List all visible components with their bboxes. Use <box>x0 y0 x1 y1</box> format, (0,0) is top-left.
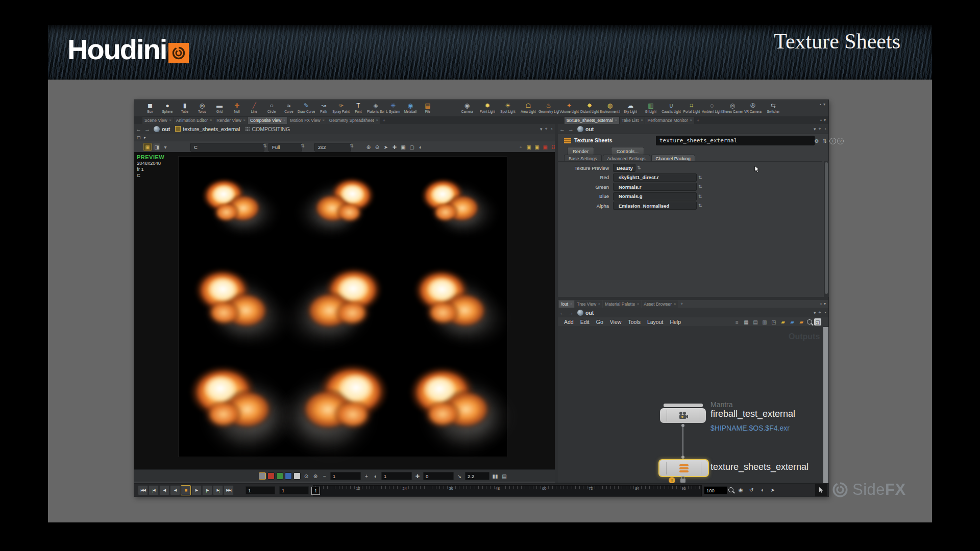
shelf-tool-spray-paint[interactable]: ✑Spray Paint <box>332 101 350 116</box>
close-tab-icon[interactable]: × <box>690 118 692 122</box>
zoom-timeline-icon[interactable] <box>728 487 733 492</box>
flipbook-icon[interactable]: ▣ <box>525 143 532 151</box>
color-palette-icon[interactable]: ▰ <box>779 318 787 325</box>
thumbnail-view-icon[interactable]: ▤ <box>752 318 759 325</box>
menu-go[interactable]: Go <box>596 319 603 325</box>
tree-list-icon[interactable]: ≡ <box>733 318 741 325</box>
end-frame-field[interactable]: 100 <box>704 486 727 494</box>
shelf-tool-camera[interactable]: ◉Camera <box>457 101 477 116</box>
gamma-field[interactable]: 2.2 <box>465 472 489 480</box>
current-frame-field[interactable]: 1 <box>279 486 309 494</box>
param-spinner[interactable]: ⇅ <box>698 194 702 199</box>
forward-icon[interactable]: → <box>144 126 150 132</box>
pan-icon[interactable]: ✚ <box>391 143 398 151</box>
playbar-options-icon[interactable]: ➤ <box>769 486 776 493</box>
pane-menu-icon[interactable]: ▪ <box>820 118 822 122</box>
param-field-texture-preview[interactable]: Beauty <box>613 164 635 172</box>
float-window-icon[interactable]: ▢ <box>408 143 415 151</box>
menu-layout[interactable]: Layout <box>647 319 664 325</box>
shelf-tool-sphere[interactable]: ●Sphere <box>159 101 176 116</box>
gain-plus-icon[interactable]: + <box>363 472 370 480</box>
close-tab-icon[interactable]: × <box>210 118 212 122</box>
zoom-in-icon[interactable]: ⊕ <box>365 143 372 151</box>
path-root[interactable]: out <box>585 126 594 132</box>
zoom-out-icon[interactable]: ⊖ <box>374 143 381 151</box>
start-frame-field[interactable]: 1 <box>246 486 275 494</box>
shelf-tool-platonic-solids[interactable]: ◈Platonic Solids <box>367 101 384 116</box>
next-keyframe-button[interactable]: ▶| <box>213 485 223 495</box>
pin-icon[interactable]: ⌖ <box>545 126 547 132</box>
help-icon[interactable]: ? <box>837 138 844 144</box>
histogram-icon[interactable]: ▮▮ <box>492 472 499 480</box>
menu-help[interactable]: Help <box>670 319 681 325</box>
folder-tab-channel-packing[interactable]: Channel Packing <box>651 155 695 162</box>
pane-tab-asset-browser[interactable]: Asset Browser× <box>642 300 678 308</box>
network-canvas[interactable]: Outputs Mantr <box>558 327 828 483</box>
info-icon[interactable]: i <box>829 138 836 144</box>
find-icon[interactable] <box>807 319 812 324</box>
shelf-tool-portal-light[interactable]: ⌗Portal Light <box>681 101 702 116</box>
close-tab-icon[interactable]: × <box>570 302 572 306</box>
gain-minus-icon[interactable]: − <box>321 472 328 480</box>
texture-input-connector[interactable] <box>681 456 684 459</box>
back-icon[interactable]: ← <box>559 310 565 316</box>
undo-scrub-icon[interactable]: ↺ <box>748 486 755 493</box>
gamma-icon[interactable]: ↘ <box>456 472 463 480</box>
compare-parms-icon[interactable]: ⇅ <box>821 137 828 144</box>
pane-tab-motion-fx-view[interactable]: Motion FX View× <box>288 117 326 124</box>
pane-tab-geometry-spreadsheet[interactable]: Geometry Spreadsheet× <box>327 117 380 124</box>
close-tab-icon[interactable]: × <box>169 118 172 122</box>
mantra-node[interactable] <box>660 408 706 423</box>
pane-menu-icon[interactable]: ▪ <box>820 302 822 306</box>
pane-tab-composite-view[interactable]: Composite View× <box>248 117 287 124</box>
path-node[interactable]: texture_sheets_external <box>183 126 240 132</box>
pane-tab-out[interactable]: /out× <box>559 300 574 308</box>
step-forward-button[interactable]: |▶ <box>202 485 212 495</box>
shelf-tool-font[interactable]: TFont <box>350 101 367 116</box>
channel-rgb-button[interactable] <box>259 472 266 480</box>
parameters-scrollbar[interactable] <box>824 161 829 297</box>
shelf-tool-geometry-light[interactable]: ♨Geometry Light <box>538 101 559 116</box>
back-icon[interactable]: ← <box>136 126 141 132</box>
shelf-tool-environment-light[interactable]: ◍Environment Light <box>600 101 620 116</box>
forward-icon[interactable]: → <box>568 310 574 316</box>
close-tab-icon[interactable]: × <box>376 118 378 122</box>
shelf-tool-metaball[interactable]: ◉Metaball <box>402 101 419 116</box>
shelf-tool-point-light[interactable]: ✹Point Light <box>477 101 498 116</box>
shelf-tool-gi-light[interactable]: ▥GI Light <box>641 101 661 116</box>
shelf-tool-l-system[interactable]: ✳L-System <box>384 101 402 116</box>
pane-tab-tree-view[interactable]: Tree View× <box>575 300 602 308</box>
close-tab-icon[interactable]: × <box>637 302 639 306</box>
shelf-tool-circle[interactable]: ○Circle <box>263 101 280 116</box>
view-plane-select[interactable]: C <box>190 143 264 152</box>
play-button[interactable]: ▶ <box>191 485 202 495</box>
shelf-tool-torus[interactable]: ◎Torus <box>193 101 211 116</box>
back-icon[interactable]: ← <box>559 126 565 132</box>
path-root[interactable]: out <box>585 310 594 316</box>
shelf-tool-null[interactable]: ✚Null <box>228 101 246 116</box>
new-tab-icon[interactable]: + <box>697 118 699 123</box>
param-spinner[interactable]: ⇅ <box>698 203 702 208</box>
shelf-tool-line[interactable]: ╱Line <box>246 101 263 116</box>
shelf-tool-vr-camera[interactable]: ✇VR Camera <box>743 101 763 116</box>
channel-alpha-button[interactable] <box>293 472 301 480</box>
prev-keyframe-button[interactable]: |◀ <box>149 485 159 495</box>
pane-tab-scene-view[interactable]: Scene View× <box>142 117 174 124</box>
overview-map-icon[interactable]: ◱ <box>814 318 821 325</box>
folder-tab-advanced-settings[interactable]: Advanced Settings <box>603 155 650 162</box>
forward-icon[interactable]: → <box>568 126 574 132</box>
close-tab-icon[interactable]: × <box>674 302 676 306</box>
jump-to-start-button[interactable]: |◀◀ <box>138 485 148 495</box>
pane-tab-performance-monitor[interactable]: Performance Monitor× <box>645 117 694 124</box>
gear-icon[interactable]: ⚙ <box>813 137 820 144</box>
snapshot-icon[interactable]: ▣ <box>143 143 152 151</box>
select-icon[interactable]: ➤ <box>382 143 389 151</box>
stop-button[interactable]: ■ <box>181 485 191 495</box>
pane-split-icon[interactable]: ▾ <box>824 302 826 306</box>
view-mode-icon[interactable]: ◨ <box>153 143 160 151</box>
linked-globe-icon[interactable]: ◔ <box>550 127 553 132</box>
pane-tab-texture-sheets-external[interactable]: texture_sheets_external× <box>565 117 619 124</box>
size-mode-select[interactable]: Full <box>268 143 302 152</box>
shelf-menu-icon[interactable]: ▪ <box>820 102 821 107</box>
shelf-tool-switcher[interactable]: ⇆Switcher <box>763 101 783 116</box>
